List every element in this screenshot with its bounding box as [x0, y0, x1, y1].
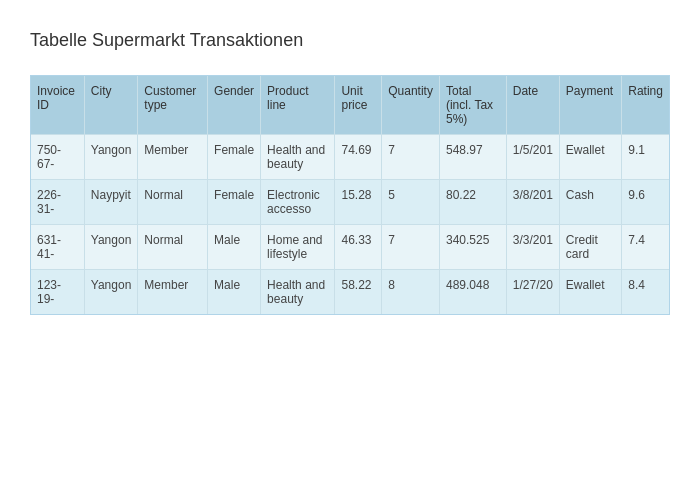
table-cell: 8: [382, 270, 440, 315]
table-cell: Normal: [138, 180, 208, 225]
table-row: 226-31-NaypyitNormalFemaleElectronic acc…: [31, 180, 669, 225]
col-header-invoice-id: Invoice ID: [31, 76, 84, 135]
col-header-gender: Gender: [208, 76, 261, 135]
table-cell: Male: [208, 225, 261, 270]
table-cell: 15.28: [335, 180, 382, 225]
table-cell: 7: [382, 225, 440, 270]
table-cell: 3/3/201: [506, 225, 559, 270]
table-cell: Member: [138, 135, 208, 180]
table-cell: Yangon: [84, 270, 137, 315]
table-cell: 340.525: [439, 225, 506, 270]
table-cell: Cash: [559, 180, 621, 225]
table-cell: 226-31-: [31, 180, 84, 225]
col-header-customer-type: Customer type: [138, 76, 208, 135]
table-cell: Ewallet: [559, 135, 621, 180]
col-header-total: Total (incl. Tax 5%): [439, 76, 506, 135]
table-cell: Normal: [138, 225, 208, 270]
table-cell: 58.22: [335, 270, 382, 315]
table-cell: Credit card: [559, 225, 621, 270]
transactions-table-wrapper: Invoice ID City Customer type Gender Pro…: [30, 75, 670, 315]
table-cell: Naypyit: [84, 180, 137, 225]
table-cell: 1/27/20: [506, 270, 559, 315]
table-cell: Electronic accesso: [261, 180, 335, 225]
table-cell: 46.33: [335, 225, 382, 270]
table-cell: 9.6: [622, 180, 669, 225]
table-cell: Member: [138, 270, 208, 315]
table-cell: Ewallet: [559, 270, 621, 315]
table-cell: 8.4: [622, 270, 669, 315]
col-header-city: City: [84, 76, 137, 135]
col-header-unit-price: Unit price: [335, 76, 382, 135]
table-cell: 7: [382, 135, 440, 180]
table-cell: 7.4: [622, 225, 669, 270]
table-cell: 750-67-: [31, 135, 84, 180]
table-cell: 489.048: [439, 270, 506, 315]
transactions-table: Invoice ID City Customer type Gender Pro…: [31, 76, 669, 314]
col-header-rating: Rating: [622, 76, 669, 135]
table-cell: 5: [382, 180, 440, 225]
table-row: 631-41-YangonNormalMaleHome and lifestyl…: [31, 225, 669, 270]
table-cell: Female: [208, 135, 261, 180]
table-cell: 631-41-: [31, 225, 84, 270]
col-header-product-line: Product line: [261, 76, 335, 135]
table-cell: Yangon: [84, 225, 137, 270]
col-header-quantity: Quantity: [382, 76, 440, 135]
table-cell: Home and lifestyle: [261, 225, 335, 270]
table-cell: 3/8/201: [506, 180, 559, 225]
table-cell: 1/5/201: [506, 135, 559, 180]
page-title: Tabelle Supermarkt Transaktionen: [30, 30, 680, 51]
table-cell: 548.97: [439, 135, 506, 180]
col-header-date: Date: [506, 76, 559, 135]
table-header-row: Invoice ID City Customer type Gender Pro…: [31, 76, 669, 135]
col-header-payment: Payment: [559, 76, 621, 135]
table-cell: 123-19-: [31, 270, 84, 315]
table-cell: Health and beauty: [261, 135, 335, 180]
table-cell: Health and beauty: [261, 270, 335, 315]
table-cell: Female: [208, 180, 261, 225]
table-cell: 9.1: [622, 135, 669, 180]
table-cell: 74.69: [335, 135, 382, 180]
table-cell: 80.22: [439, 180, 506, 225]
table-cell: Male: [208, 270, 261, 315]
table-row: 750-67-YangonMemberFemaleHealth and beau…: [31, 135, 669, 180]
table-row: 123-19-YangonMemberMaleHealth and beauty…: [31, 270, 669, 315]
table-cell: Yangon: [84, 135, 137, 180]
